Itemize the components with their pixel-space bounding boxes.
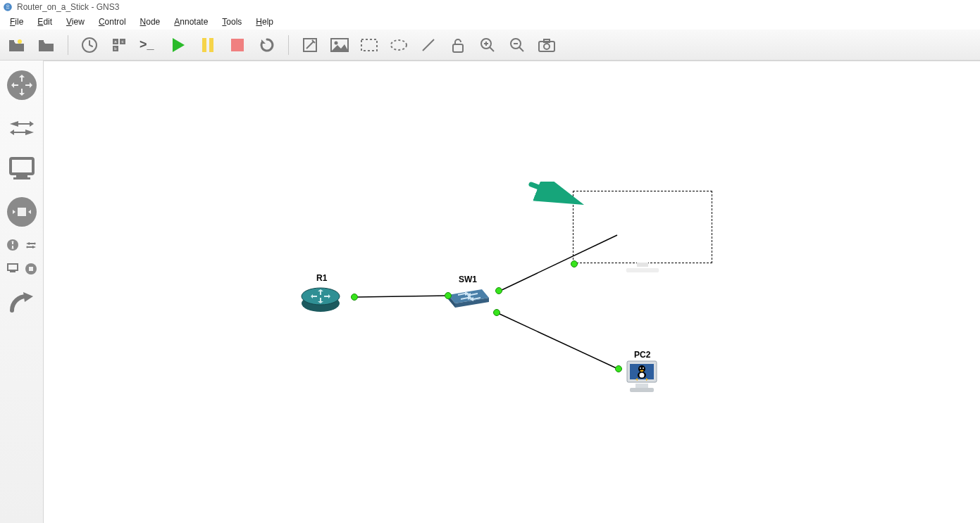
svg-rect-3 <box>39 40 44 43</box>
links-layer <box>44 61 980 523</box>
dock-switch-small-button[interactable] <box>24 238 38 252</box>
pause-all-button[interactable] <box>198 35 218 55</box>
screenshot-button[interactable] <box>537 35 557 55</box>
port-sw1-left[interactable] <box>445 292 452 299</box>
dock-small-row2 <box>6 262 38 276</box>
svg-point-19 <box>391 40 407 50</box>
port-sw1-bottomright[interactable] <box>493 309 500 316</box>
draw-line-button[interactable] <box>418 35 438 55</box>
svg-rect-39 <box>8 264 18 270</box>
dock-small-row1 <box>6 238 38 252</box>
menu-annotate[interactable]: Annotate <box>168 15 213 28</box>
start-all-button[interactable] <box>168 35 188 55</box>
dock-enddevices-button[interactable] <box>6 153 38 186</box>
svg-rect-49 <box>635 384 648 388</box>
svg-point-2 <box>18 39 22 44</box>
menu-node[interactable]: Node <box>135 15 166 28</box>
port-pc1[interactable] <box>571 260 578 267</box>
topology-canvas-wrap: R1 SW1 <box>44 61 980 523</box>
svg-rect-21 <box>453 44 463 52</box>
zoom-out-button[interactable] <box>507 35 527 55</box>
node-label-pc2[interactable]: PC2 <box>634 350 650 360</box>
menu-view[interactable]: View <box>61 15 90 28</box>
svg-line-20 <box>423 39 434 51</box>
port-r1-e0[interactable] <box>351 294 358 301</box>
topology-canvas[interactable]: R1 SW1 <box>44 61 980 523</box>
annotation-arrow <box>528 182 585 210</box>
svg-rect-33 <box>11 158 33 174</box>
svg-rect-12 <box>202 38 206 52</box>
node-label-r1[interactable]: R1 <box>316 273 327 283</box>
menubar: File Edit View Control Node Annotate Too… <box>0 14 980 30</box>
link-r1-sw1[interactable] <box>354 296 449 297</box>
port-sw1-topright[interactable] <box>495 287 502 294</box>
svg-rect-18 <box>361 39 377 51</box>
svg-rect-42 <box>29 267 33 271</box>
svg-text:c: c <box>122 39 124 44</box>
switch-sw1-icon[interactable] <box>444 285 493 310</box>
svg-line-23 <box>490 47 494 51</box>
svg-rect-13 <box>209 38 213 52</box>
reload-all-button[interactable] <box>257 35 277 55</box>
open-folder-button[interactable] <box>37 35 56 55</box>
svg-rect-40 <box>10 271 15 272</box>
dock-all-devices-button[interactable] <box>6 238 20 252</box>
menu-file[interactable]: File <box>4 15 29 28</box>
svg-line-46 <box>531 184 575 201</box>
svg-rect-14 <box>231 39 244 51</box>
toolbar: acb >_ <box>0 30 980 61</box>
snapshot-button[interactable] <box>80 35 99 55</box>
link-sw1-pc2[interactable] <box>498 313 618 369</box>
stop-all-button[interactable] <box>228 35 247 55</box>
pc2-icon[interactable] <box>623 360 661 396</box>
svg-point-0 <box>4 3 12 11</box>
zoom-in-button[interactable] <box>478 35 497 55</box>
menu-control[interactable]: Control <box>93 15 132 28</box>
dock-security-button[interactable] <box>6 196 38 228</box>
drag-selection-rect[interactable] <box>573 191 712 263</box>
menu-tools[interactable]: Tools <box>216 15 247 28</box>
svg-point-54 <box>640 367 641 369</box>
draw-rectangle-button[interactable] <box>359 35 379 55</box>
menu-help[interactable]: Help <box>250 15 279 28</box>
router-r1-icon[interactable] <box>300 284 341 313</box>
svg-rect-37 <box>18 208 26 216</box>
toolbar-separator <box>288 35 289 55</box>
add-note-button[interactable] <box>300 35 320 55</box>
lock-button[interactable] <box>448 35 468 55</box>
svg-point-31 <box>544 44 550 49</box>
monitor-stand-icon <box>621 263 664 274</box>
draw-ellipse-button[interactable] <box>389 35 409 55</box>
svg-rect-35 <box>13 177 30 179</box>
svg-point-17 <box>335 41 338 44</box>
show-labels-button[interactable]: acb <box>109 35 129 55</box>
app-icon <box>3 2 13 12</box>
device-dock <box>0 61 44 523</box>
node-label-sw1[interactable]: SW1 <box>459 275 477 284</box>
svg-point-53 <box>640 373 645 378</box>
dock-security-small-button[interactable] <box>24 262 38 276</box>
port-pc2[interactable] <box>615 365 622 372</box>
dock-switches-button[interactable] <box>6 111 38 144</box>
dock-add-link-button[interactable] <box>6 286 38 318</box>
toolbar-separator <box>68 35 68 55</box>
console-all-button[interactable]: >_ <box>139 35 159 55</box>
svg-rect-1 <box>9 40 14 43</box>
svg-text:>_: >_ <box>139 38 155 51</box>
dock-pc-small-button[interactable] <box>6 262 20 276</box>
svg-rect-50 <box>630 388 654 392</box>
dock-routers-button[interactable] <box>6 69 38 101</box>
window-titlebar: Router_on_a_Stick - GNS3 <box>0 0 980 14</box>
menu-edit[interactable]: Edit <box>32 15 58 28</box>
open-project-button[interactable] <box>7 35 27 55</box>
svg-line-27 <box>519 47 523 51</box>
svg-point-55 <box>643 367 644 369</box>
svg-rect-34 <box>16 175 27 177</box>
insert-image-button[interactable] <box>330 35 349 55</box>
window-title: Router_on_a_Stick - GNS3 <box>17 2 119 12</box>
